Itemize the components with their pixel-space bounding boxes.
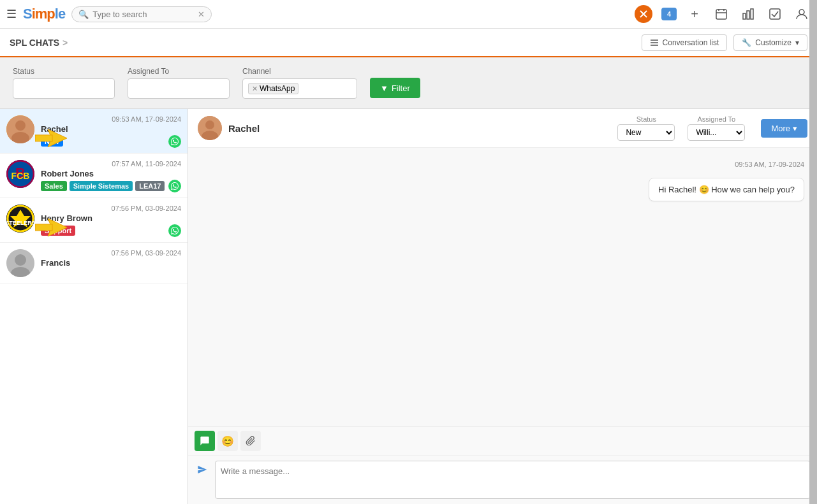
conv-status-select[interactable]: New Open Closed	[617, 124, 675, 141]
chat-name-robert: Robert Jones	[41, 169, 181, 178]
svg-rect-27	[35, 224, 52, 230]
filter-button[interactable]: ▼ Filter	[370, 78, 420, 98]
svg-rect-0	[716, 10, 726, 19]
chat-timestamp-francis: 07:56 PM, 03-09-2024	[41, 249, 181, 257]
whatsapp-icon-rachel	[168, 135, 181, 148]
channel-tag-value: WhatsApp	[260, 84, 295, 93]
more-button[interactable]: More ▾	[761, 119, 807, 138]
search-clear-icon[interactable]: ✕	[198, 10, 205, 19]
chat-item-henry[interactable]: STEELERS 07:56 PM, 03-09-2024 Henry Brow…	[0, 198, 188, 243]
conversation-header: Rachel Status New Open Closed Assigned T…	[188, 109, 817, 148]
chat-item-rachel[interactable]: 09:53 AM, 17-09-2024 Rachel New	[0, 109, 188, 154]
more-chevron-icon: ▾	[793, 124, 797, 133]
arrow-indicator-rachel	[35, 129, 67, 148]
chat-list[interactable]: 09:53 AM, 17-09-2024 Rachel New	[0, 109, 188, 504]
top-navigation: ☰ Simple 🔍 ✕ 4 +	[0, 0, 817, 29]
chat-tags-robert: Sales Simple Sistemas LEA17	[41, 181, 181, 191]
conv-avatar	[198, 116, 222, 140]
chat-info-francis: 07:56 PM, 03-09-2024 Francis	[41, 249, 181, 270]
channel-tag-remove[interactable]: ✕	[252, 85, 258, 93]
avatar-robert: B FCB	[6, 160, 34, 188]
nav-icon-check[interactable]	[766, 5, 784, 23]
message-textarea[interactable]	[215, 461, 811, 499]
svg-point-29	[15, 254, 26, 266]
conv-status-group: Status New Open Closed	[617, 115, 675, 141]
message-input-area: 😊	[188, 426, 817, 504]
tag-lea: LEA17	[135, 181, 165, 191]
app-logo: Simple	[23, 6, 65, 22]
chevron-down-icon: ▾	[795, 38, 799, 47]
main-area: Status Assigned To Channel ✕ WhatsApp ▼ …	[0, 57, 817, 504]
tag-sistema: Simple Sistemas	[70, 181, 133, 191]
sub-navigation: SPL CHATS > Conversation list 🔧 Customiz…	[0, 29, 817, 57]
search-input[interactable]	[92, 10, 188, 19]
nav-icon-user[interactable]	[793, 5, 811, 23]
conv-assigned-select[interactable]: Willi...	[688, 124, 745, 141]
chat-item-robert[interactable]: B FCB 07:57 AM, 11-09-2024 Robert Jones …	[0, 154, 188, 198]
wrench-icon: 🔧	[742, 38, 751, 47]
assigned-to-filter-label: Assigned To	[128, 67, 230, 76]
chat-item-francis[interactable]: 07:56 PM, 03-09-2024 Francis	[0, 243, 188, 284]
chat-timestamp-henry: 07:56 PM, 03-09-2024	[41, 205, 181, 212]
conv-contact-name: Rachel	[228, 123, 260, 134]
tag-sales: Sales	[41, 181, 67, 191]
chat-mode-button[interactable]	[195, 431, 215, 451]
nav-icon-badge[interactable]: 4	[661, 8, 677, 20]
emoji-button[interactable]: 😊	[217, 431, 238, 451]
more-button-label: More	[771, 124, 790, 133]
filter-bar: Status Assigned To Channel ✕ WhatsApp ▼ …	[0, 57, 817, 109]
status-filter-label: Status	[13, 67, 115, 76]
svg-rect-17	[35, 134, 52, 141]
message-timestamp: 09:53 AM, 17-09-2024	[201, 161, 804, 168]
svg-point-13	[15, 120, 26, 131]
page-title: SPL CHATS >	[10, 38, 68, 48]
attach-button[interactable]	[240, 431, 261, 451]
conv-assigned-label: Assigned To	[698, 115, 736, 123]
conversation-panel: Rachel Status New Open Closed Assigned T…	[188, 109, 817, 504]
message-bubble: Hi Rachel! 😊 How we can help you?	[649, 178, 804, 201]
svg-point-8	[799, 10, 804, 15]
whatsapp-icon-robert	[168, 180, 181, 192]
svg-rect-7	[770, 9, 780, 19]
chat-timestamp-robert: 07:57 AM, 11-09-2024	[41, 160, 181, 168]
avatar-francis	[6, 249, 34, 277]
svg-rect-5	[747, 11, 749, 19]
search-icon: 🔍	[78, 10, 89, 19]
channel-filter-input[interactable]: ✕ WhatsApp	[242, 78, 357, 99]
page-scrollbar[interactable]	[809, 0, 817, 504]
filter-button-label: Filter	[392, 83, 410, 93]
filter-funnel-icon: ▼	[380, 83, 388, 93]
avatar-rachel	[6, 115, 34, 143]
send-button[interactable]	[195, 462, 210, 480]
conversation-list-label: Conversation list	[663, 38, 719, 47]
conversation-list-button[interactable]: Conversation list	[642, 34, 728, 51]
avatar-henry: STEELERS	[6, 205, 34, 233]
svg-text:FCB: FCB	[11, 171, 30, 181]
conv-assigned-group: Assigned To Willi...	[688, 115, 745, 141]
chat-info-robert: 07:57 AM, 11-09-2024 Robert Jones Sales …	[41, 160, 181, 191]
messages-area: 09:53 AM, 17-09-2024 Hi Rachel! 😊 How we…	[188, 148, 817, 426]
svg-point-32	[205, 120, 214, 129]
customize-label: Customize	[755, 38, 791, 47]
svg-rect-6	[751, 9, 753, 19]
nav-icon-plus[interactable]: +	[686, 5, 703, 23]
message-input-row	[188, 456, 817, 504]
assigned-to-filter-input[interactable]	[128, 78, 230, 99]
nav-icon-calendar[interactable]	[712, 5, 730, 23]
conv-status-label: Status	[637, 115, 656, 123]
channel-tag: ✕ WhatsApp	[248, 83, 298, 94]
svg-rect-4	[743, 13, 746, 19]
hamburger-menu[interactable]: ☰	[6, 7, 17, 21]
input-toolbar: 😊	[188, 427, 817, 456]
search-bar: 🔍 ✕	[71, 6, 212, 22]
status-filter-input[interactable]	[13, 78, 115, 99]
chat-timestamp-rachel: 09:53 AM, 17-09-2024	[41, 115, 181, 123]
chat-area: 09:53 AM, 17-09-2024 Rachel New	[0, 109, 817, 504]
nav-icon-x[interactable]	[635, 5, 652, 23]
svg-text:STEELERS: STEELERS	[6, 220, 34, 226]
nav-icon-chart[interactable]	[739, 5, 757, 23]
customize-button[interactable]: 🔧 Customize ▾	[733, 34, 807, 51]
chat-name-francis: Francis	[41, 258, 181, 268]
nav-icons: 4 +	[635, 5, 811, 23]
status-filter-group: Status	[13, 67, 115, 99]
